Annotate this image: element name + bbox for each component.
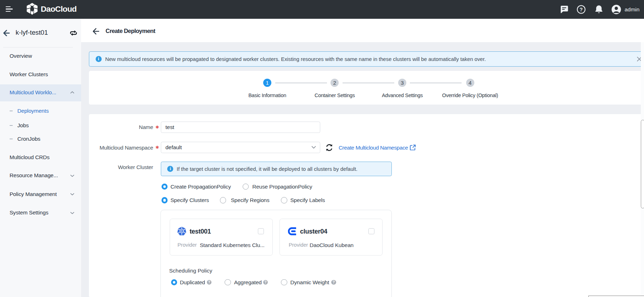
svg-text:?: ? [580,7,583,12]
